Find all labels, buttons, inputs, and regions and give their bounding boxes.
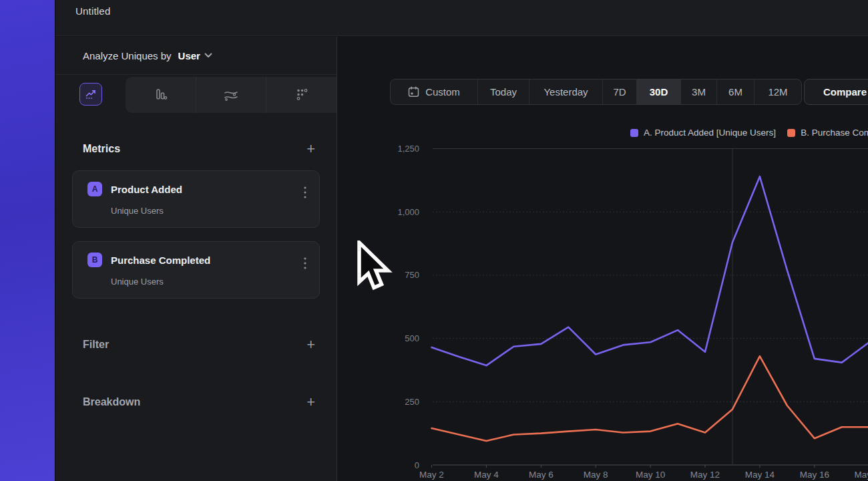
range-custom-label: Custom — [425, 86, 460, 98]
breakdown-section-header: Breakdown + — [55, 395, 337, 410]
bar-chart-icon — [153, 88, 168, 102]
y-axis-tick-label: 1,250 — [397, 144, 419, 154]
range-7d[interactable]: 7D — [602, 79, 636, 104]
breakdown-heading: Breakdown — [83, 396, 140, 408]
report-title[interactable]: Untitled — [75, 5, 110, 17]
x-axis-tick-label: May 6 — [529, 470, 554, 480]
calendar-icon — [408, 86, 419, 98]
mouse-cursor — [355, 240, 395, 298]
metric-card-a-row: A Product Added — [73, 171, 319, 196]
metrics-heading: Metrics — [83, 143, 120, 155]
analyze-row: Analyze Uniques by User — [55, 37, 337, 75]
x-axis-tick-label: May 2 — [419, 470, 444, 480]
range-6m[interactable]: 6M — [716, 79, 754, 104]
metric-card-b-row: B Purchase Completed — [73, 242, 319, 267]
metric-badge-a: A — [87, 182, 102, 196]
legend-label: B. Purchase Completed [Unique Users] — [801, 128, 868, 138]
metric-subtitle[interactable]: Unique Users — [73, 196, 319, 216]
x-axis-tick-label: May 12 — [690, 470, 720, 480]
line-chart-icon — [85, 88, 97, 100]
kebab-menu-icon[interactable] — [303, 186, 307, 199]
date-range-control: Custom Today Yesterday 7D 30D 3M 6M 12M — [390, 79, 802, 105]
metric-title: Product Added — [111, 184, 182, 195]
legend-swatch-orange — [787, 129, 795, 137]
tab-flows[interactable] — [196, 77, 266, 113]
x-axis-tick-label: May 16 — [800, 470, 829, 480]
app-window: { "topbar": { "title": "Untitled" }, "si… — [0, 0, 868, 481]
y-axis-tick-label: 0 — [415, 460, 419, 470]
metric-card-a[interactable]: A Product Added Unique Users — [72, 170, 320, 228]
query-builder-sidebar: Analyze Uniques by User — [55, 37, 337, 481]
y-axis-tick-label: 1,000 — [397, 207, 419, 217]
add-filter-button[interactable]: + — [306, 337, 315, 352]
grid-dots-icon — [294, 88, 309, 102]
range-30d-selected[interactable]: 30D — [636, 79, 680, 104]
top-bar: Untitled — [55, 0, 868, 36]
series-line[interactable] — [432, 356, 868, 441]
filter-section-header: Filter + — [55, 337, 337, 352]
metric-card-b[interactable]: B Purchase Completed Unique Users — [72, 241, 320, 299]
legend-label: A. Product Added [Unique Users] — [644, 128, 776, 138]
legend-item-b[interactable]: B. Purchase Completed [Unique Users] — [787, 128, 868, 138]
range-12m[interactable]: 12M — [754, 79, 801, 104]
metric-title: Purchase Completed — [111, 255, 210, 266]
brand-gradient-strip — [0, 0, 55, 481]
x-axis-tick-label: May 4 — [474, 470, 499, 480]
x-axis-tick-label: May 10 — [636, 470, 665, 480]
add-breakdown-button[interactable]: + — [306, 395, 315, 410]
analyze-by-value: User — [178, 50, 200, 61]
chevron-down-icon — [204, 53, 212, 58]
selected-tab-box — [79, 83, 102, 106]
unselected-tabs-group — [126, 77, 337, 113]
legend-swatch-purple — [630, 129, 638, 137]
x-axis-tick-label: May 18 — [855, 470, 868, 480]
metric-badge-b: B — [87, 253, 102, 267]
metric-subtitle[interactable]: Unique Users — [73, 267, 319, 287]
y-axis-tick-label: 250 — [405, 397, 419, 407]
y-axis-tick-label: 500 — [405, 333, 419, 343]
compare-button[interactable]: Compare — [804, 79, 868, 105]
metrics-section-header: Metrics + — [55, 142, 337, 156]
analyze-label: Analyze Uniques by — [83, 50, 172, 61]
tab-bar-chart[interactable] — [126, 77, 196, 113]
chart-type-tabstrip — [55, 75, 337, 113]
series-line[interactable] — [432, 176, 868, 365]
tab-grid[interactable] — [266, 77, 337, 113]
x-axis-tick-label: May 14 — [745, 470, 775, 480]
range-yesterday[interactable]: Yesterday — [529, 79, 602, 104]
range-custom[interactable]: Custom — [391, 79, 477, 104]
legend-item-a[interactable]: A. Product Added [Unique Users] — [630, 128, 776, 138]
kebab-menu-icon[interactable] — [303, 257, 307, 270]
analyze-by-dropdown[interactable]: User — [178, 50, 212, 61]
filter-heading: Filter — [83, 339, 109, 351]
flows-icon — [223, 88, 239, 102]
range-3m[interactable]: 3M — [680, 79, 716, 104]
x-axis-tick-label: May 8 — [584, 470, 608, 480]
tab-line-chart[interactable] — [55, 75, 126, 113]
y-axis-tick-label: 750 — [405, 270, 419, 280]
range-today[interactable]: Today — [477, 79, 529, 104]
add-metric-button[interactable]: + — [306, 142, 315, 156]
chart-legend: A. Product Added [Unique Users] B. Purch… — [630, 128, 868, 138]
